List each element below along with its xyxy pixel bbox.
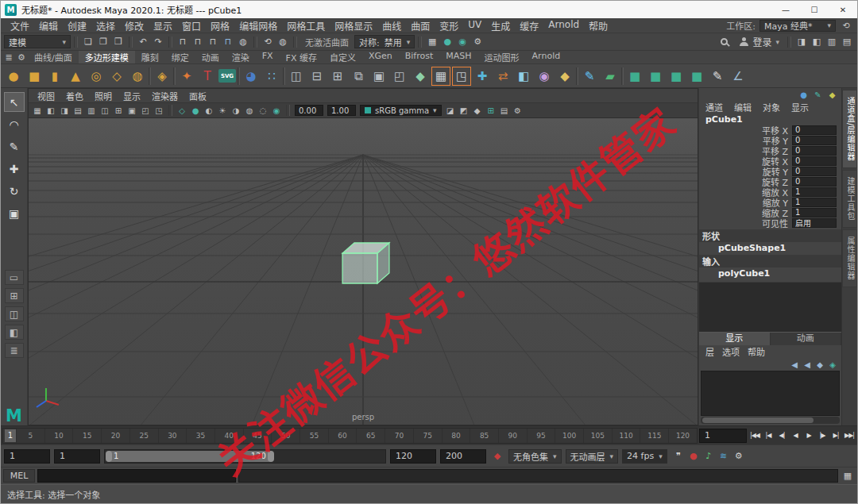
time-slider[interactable]: 1 51015202530354045505560657075808590951… bbox=[2, 428, 698, 444]
maximize-button[interactable]: ☐ bbox=[800, 1, 829, 18]
key-icon[interactable]: ◆ bbox=[826, 89, 838, 101]
anim-layer-dropdown[interactable]: 无动画层 ▾ bbox=[566, 449, 619, 464]
paint-select-tool[interactable]: ✎ bbox=[4, 137, 25, 156]
step-forward-frame-button[interactable]: ▶| bbox=[829, 429, 842, 443]
menu-item[interactable]: 修改 bbox=[120, 19, 149, 33]
boolean-difference-icon[interactable]: ⊟ bbox=[307, 67, 327, 86]
snap-to-points-icon[interactable]: ⊓ bbox=[206, 35, 220, 49]
ipr-render-icon[interactable]: ◉ bbox=[455, 35, 470, 49]
viewport-settings-icon[interactable]: ⚙ bbox=[512, 104, 524, 117]
layer-menu-item[interactable]: 层 bbox=[702, 345, 717, 358]
channel-box-menu-item[interactable]: 通道 bbox=[701, 101, 728, 113]
menu-item[interactable]: 网格 bbox=[206, 19, 234, 33]
shelf-separator[interactable] bbox=[576, 67, 578, 85]
menu-item[interactable]: 曲面 bbox=[406, 19, 435, 33]
shelf-tab[interactable]: 曲线/曲面 bbox=[28, 51, 79, 63]
toolkit-rotate-icon[interactable]: ■ bbox=[646, 67, 665, 86]
select-tool[interactable]: ↖ bbox=[4, 92, 25, 112]
render-settings-icon[interactable]: ⚙ bbox=[470, 35, 485, 49]
channel-value-field[interactable]: 0 bbox=[792, 156, 837, 166]
shelf-separator[interactable] bbox=[149, 67, 151, 85]
new-scene-icon[interactable]: ❏ bbox=[81, 35, 95, 49]
shelf-gear-icon[interactable]: ⚙ bbox=[15, 51, 28, 63]
search-icon[interactable] bbox=[721, 38, 728, 45]
exposure-field[interactable]: 0.00 bbox=[295, 105, 323, 116]
sign-in-button[interactable]: 登录 ▾ bbox=[735, 35, 784, 48]
step-forward-key-button[interactable]: |▶ bbox=[816, 429, 829, 443]
camera-lock-icon[interactable]: ◧ bbox=[44, 104, 57, 117]
go-to-start-button[interactable]: |◀◀ bbox=[748, 429, 761, 443]
auto-keyframe-icon[interactable]: ● bbox=[686, 449, 701, 464]
uv-sample-icon[interactable]: ∷ bbox=[262, 67, 281, 86]
channel-value-field[interactable]: 1 bbox=[792, 198, 837, 207]
field-chart-icon[interactable]: ◫ bbox=[99, 104, 111, 117]
channel-value-field[interactable]: 0 bbox=[792, 125, 837, 135]
move-layer-down-icon[interactable]: ◀ bbox=[802, 359, 813, 370]
channel-value-field[interactable]: 1 bbox=[792, 208, 837, 217]
mirror-icon[interactable]: ◧ bbox=[514, 67, 533, 86]
lasso-select-tool[interactable]: ◠ bbox=[4, 114, 25, 134]
grease-pencil-icon[interactable]: ▦ bbox=[31, 104, 44, 117]
poly-sphere-icon[interactable]: ● bbox=[4, 67, 23, 86]
use-lights-icon[interactable]: ☀ bbox=[216, 104, 229, 117]
input-node-name[interactable]: polyCube1 bbox=[699, 267, 841, 279]
workspace-reset-icon[interactable]: ⟲ bbox=[840, 19, 852, 32]
menu-set-dropdown[interactable]: 建模 ▾ bbox=[4, 35, 71, 48]
channel-value-field[interactable]: 启用 bbox=[792, 218, 837, 228]
command-input[interactable] bbox=[37, 469, 236, 483]
channel-value-field[interactable]: 0 bbox=[792, 146, 837, 156]
save-scene-icon[interactable]: ❒ bbox=[111, 35, 126, 49]
resolution-gate-icon[interactable]: ▤ bbox=[72, 104, 84, 117]
toolkit-scale-icon[interactable]: ■ bbox=[667, 67, 686, 86]
channel-value-field[interactable]: 0 bbox=[792, 167, 837, 176]
snap-to-curves-icon[interactable]: ⊓ bbox=[191, 35, 205, 49]
outliner-layout-button[interactable]: ≣ bbox=[5, 343, 24, 358]
ambient-occlusion-icon[interactable]: ◍ bbox=[243, 104, 256, 117]
playback-end-field[interactable]: 120 bbox=[390, 449, 436, 464]
menu-item[interactable]: 变形 bbox=[435, 19, 463, 33]
shelf-separator[interactable] bbox=[173, 67, 176, 85]
tool-settings-toggle-icon[interactable]: ◧ bbox=[810, 35, 824, 49]
move-tool[interactable]: ✚ bbox=[4, 159, 25, 179]
poly-cone-icon[interactable]: ▲ bbox=[66, 67, 85, 86]
boolean-intersection-icon[interactable]: ⊞ bbox=[328, 67, 347, 86]
play-backwards-button[interactable]: ◀ bbox=[789, 429, 802, 443]
channel-value-field[interactable]: 0 bbox=[792, 177, 837, 187]
menu-item[interactable]: 编辑网格 bbox=[234, 19, 282, 33]
viewport-canvas[interactable]: persp bbox=[29, 118, 698, 425]
menu-item[interactable]: 编辑 bbox=[34, 19, 63, 33]
shelf-tab[interactable]: XGen bbox=[362, 51, 399, 63]
animation-end-field[interactable]: 200 bbox=[440, 449, 486, 464]
minimize-button[interactable]: — bbox=[771, 1, 800, 18]
scrollbar-thumb[interactable] bbox=[702, 417, 814, 423]
play-forwards-button[interactable]: ▶ bbox=[802, 429, 815, 443]
poly-disc-icon[interactable]: ◍ bbox=[128, 67, 147, 86]
render-view-icon[interactable]: ▦ bbox=[425, 35, 439, 49]
quad-draw-icon[interactable]: ✎ bbox=[580, 67, 599, 86]
gate-mask-icon[interactable]: ▥ bbox=[85, 104, 98, 117]
combine-icon[interactable]: ⧉ bbox=[349, 67, 368, 86]
paint-effects-icon[interactable]: ✎ bbox=[708, 67, 727, 86]
type-tool-icon[interactable]: T bbox=[198, 67, 217, 86]
audio-icon[interactable]: ♪ bbox=[701, 449, 716, 464]
modeling-toolkit-toggle-icon[interactable]: ▤ bbox=[840, 35, 854, 49]
shape-node-name[interactable]: pCubeShape1 bbox=[699, 242, 841, 253]
bevel-icon[interactable]: ◆ bbox=[411, 67, 430, 86]
sidebar-tab[interactable]: 建模工具包 bbox=[842, 170, 857, 228]
render-frame-icon[interactable]: ● bbox=[440, 35, 454, 49]
layer-list[interactable] bbox=[701, 371, 840, 416]
cached-playback-icon[interactable]: ≋ bbox=[717, 449, 731, 464]
crease-icon[interactable]: ◆ bbox=[555, 67, 574, 86]
panel-menu-item[interactable]: 渲染器 bbox=[146, 90, 184, 102]
grid-toggle-icon[interactable]: ⊞ bbox=[485, 104, 497, 117]
gamma-field[interactable]: 1.00 bbox=[327, 105, 356, 116]
shelf-tab[interactable]: 绑定 bbox=[165, 51, 195, 63]
snap-to-grids-icon[interactable]: ⊓ bbox=[176, 35, 190, 49]
undo-icon[interactable]: ↶ bbox=[136, 35, 150, 49]
shelf-tab[interactable]: MASH bbox=[439, 51, 477, 63]
empty-layer-icon[interactable]: ◆ bbox=[814, 359, 825, 370]
selection-highlight-icon[interactable]: ◍ bbox=[276, 35, 290, 49]
shadows-icon[interactable]: ◑ bbox=[230, 104, 242, 117]
channel-label[interactable]: 可见性 bbox=[699, 217, 792, 229]
animation-start-field[interactable]: 1 bbox=[4, 449, 50, 464]
